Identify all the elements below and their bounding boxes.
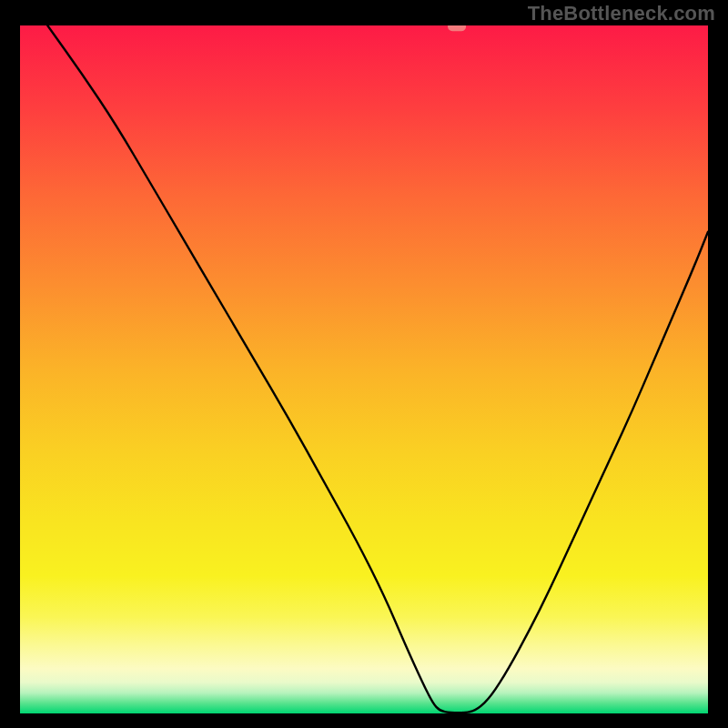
chart-stage: TheBottleneck.com xyxy=(0,0,728,728)
watermark-label: TheBottleneck.com xyxy=(528,2,715,25)
chart-plot-area xyxy=(20,25,708,713)
chart-svg xyxy=(20,25,708,713)
svg-rect-1 xyxy=(448,25,466,31)
svg-rect-0 xyxy=(20,25,708,713)
